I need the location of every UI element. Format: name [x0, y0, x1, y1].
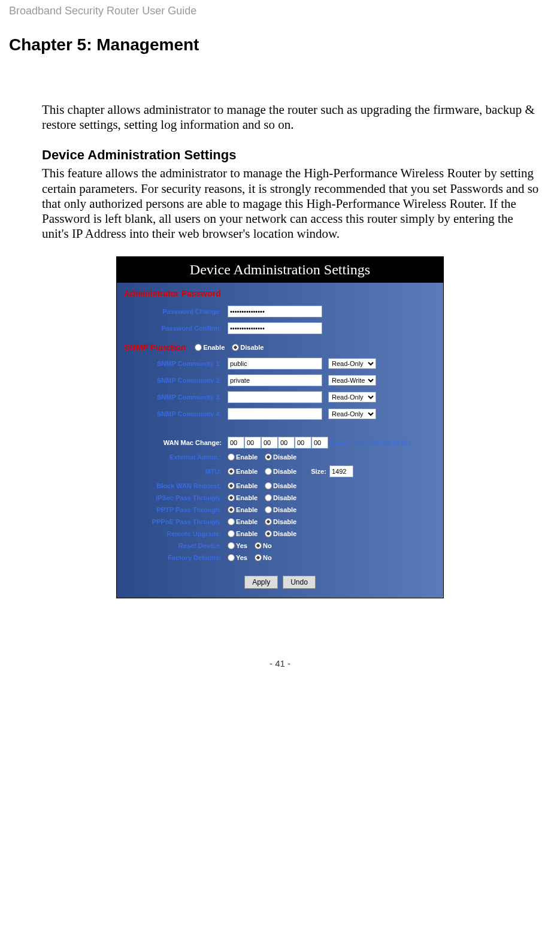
external-admin-enable-radio[interactable] [228, 453, 235, 461]
block-wan-enable-radio[interactable] [228, 482, 235, 489]
reset-no-label: No [263, 542, 272, 549]
ipsec-enable-radio[interactable] [228, 494, 235, 501]
mtu-disable-label: Disable [273, 468, 296, 475]
ipsec-disable-label: Disable [273, 494, 296, 501]
remote-enable-label: Enable [236, 530, 258, 537]
apply-button[interactable]: Apply [244, 576, 278, 589]
block-wan-enable-label: Enable [236, 482, 258, 489]
pptp-enable-label: Enable [236, 506, 258, 513]
factory-yes-radio[interactable] [228, 554, 235, 561]
snmp-enable-radio[interactable] [195, 344, 202, 351]
snmp4-input[interactable] [228, 408, 322, 420]
page-number: - 41 - [9, 658, 551, 668]
snmp3-select[interactable]: Read-Only [328, 392, 376, 403]
paragraph-intro: This chapter allows administrator to man… [42, 102, 539, 132]
snmp2-label: SNMP Community 2: [117, 377, 228, 384]
wan-mac-0[interactable] [228, 437, 244, 449]
wan-mac-3[interactable] [278, 437, 295, 449]
wan-mac-2[interactable] [261, 437, 278, 449]
external-admin-disable-radio[interactable] [265, 453, 272, 461]
password-confirm-input[interactable] [228, 322, 322, 334]
remote-enable-radio[interactable] [228, 530, 235, 537]
mtu-enable-radio[interactable] [228, 468, 235, 475]
wan-mac-1[interactable] [244, 437, 261, 449]
snmp4-label: SNMP Community 4: [117, 410, 228, 417]
password-change-input[interactable] [228, 305, 322, 317]
pptp-disable-label: Disable [273, 506, 296, 513]
undo-button[interactable]: Undo [283, 576, 316, 589]
block-wan-label: Block WAN Request: [117, 482, 228, 489]
wan-mac-original: (original : 00-90-A2-00-04-01) [331, 440, 410, 446]
snmp1-select[interactable]: Read-Only [328, 358, 376, 369]
reset-yes-radio[interactable] [228, 542, 235, 549]
snmp-disable-radio[interactable] [232, 344, 239, 351]
screenshot-title: Device Administration Settings [117, 257, 443, 283]
paragraph-body: This feature allows the administrator to… [42, 166, 539, 241]
external-admin-disable-label: Disable [273, 453, 296, 461]
snmp2-select[interactable]: Read-Write [328, 375, 376, 386]
pppoe-enable-label: Enable [236, 518, 258, 525]
pppoe-label: PPPoE Pass Through: [117, 518, 228, 525]
snmp-disable-label: Disable [240, 344, 264, 351]
mtu-disable-radio[interactable] [265, 468, 272, 475]
ipsec-label: IPSec Pass Through: [117, 494, 228, 501]
snmp4-select[interactable]: Read-Only [328, 408, 376, 419]
mtu-size-input[interactable] [329, 465, 353, 477]
snmp2-input[interactable] [228, 374, 322, 386]
wan-mac-label: WAN Mac Change: [117, 439, 228, 446]
ipsec-enable-label: Enable [236, 494, 258, 501]
snmp1-input[interactable] [228, 358, 322, 370]
wan-mac-5[interactable] [311, 437, 328, 449]
pptp-disable-radio[interactable] [265, 506, 272, 513]
ipsec-disable-radio[interactable] [265, 494, 272, 501]
wan-mac-4[interactable] [295, 437, 311, 449]
password-change-label: Password Change: [117, 308, 228, 315]
reset-device-label: Reset Device: [117, 542, 228, 549]
block-wan-disable-label: Disable [273, 482, 296, 489]
snmp3-label: SNMP Community 3: [117, 394, 228, 401]
section-title: Device Administration Settings [42, 147, 551, 163]
reset-yes-label: Yes [236, 542, 247, 549]
reset-no-radio[interactable] [255, 542, 262, 549]
block-wan-disable-radio[interactable] [265, 482, 272, 489]
pppoe-enable-radio[interactable] [228, 518, 235, 525]
remote-disable-radio[interactable] [265, 530, 272, 537]
pptp-label: PPTP Pass Through: [117, 506, 228, 513]
snmp-function-label: SNMP Function [124, 343, 186, 352]
external-admin-label: External Admin.: [117, 453, 228, 461]
mtu-size-label: Size: [311, 468, 326, 475]
factory-no-radio[interactable] [255, 554, 262, 561]
admin-screenshot: Device Administration Settings Administr… [116, 256, 444, 598]
factory-defaults-label: Factory Defaults: [117, 554, 228, 561]
snmp-enable-label: Enable [203, 344, 225, 351]
password-confirm-label: Password Confirm: [117, 325, 228, 332]
external-admin-enable-label: Enable [236, 453, 258, 461]
factory-no-label: No [263, 554, 272, 561]
chapter-title: Chapter 5: Management [9, 35, 551, 55]
pptp-enable-radio[interactable] [228, 506, 235, 513]
mtu-enable-label: Enable [236, 468, 258, 475]
remote-disable-label: Disable [273, 530, 296, 537]
snmp1-label: SNMP Community 1: [117, 360, 228, 367]
snmp3-input[interactable] [228, 391, 322, 403]
pppoe-disable-label: Disable [273, 518, 296, 525]
pppoe-disable-radio[interactable] [265, 518, 272, 525]
mtu-label: MTU: [117, 468, 228, 475]
factory-yes-label: Yes [236, 554, 247, 561]
page-header: Broadband Security Router User Guide [9, 5, 551, 17]
admin-password-header: Administrator Password [117, 283, 443, 303]
remote-upgrade-label: Remote Upgrade: [117, 530, 228, 537]
